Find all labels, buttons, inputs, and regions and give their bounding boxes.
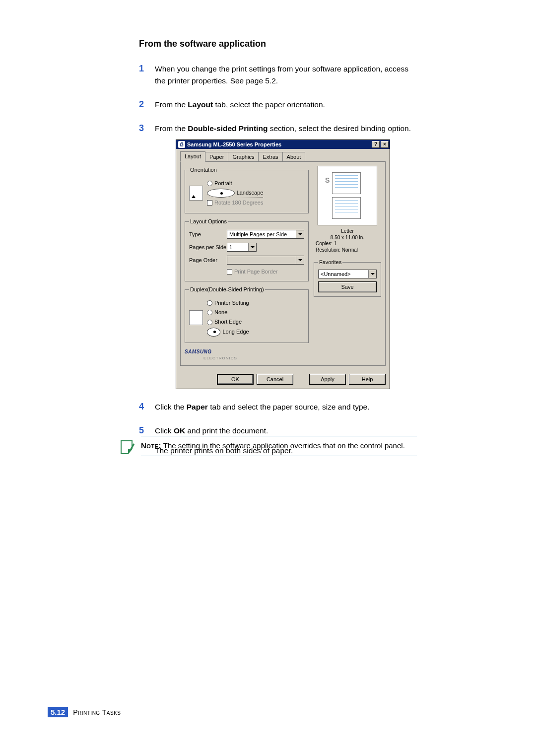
tab-graphics[interactable]: Graphics <box>228 152 259 162</box>
page-number-chip: 5.12 <box>48 707 68 717</box>
chevron-down-icon <box>296 256 304 264</box>
portrait-label: Portrait <box>214 179 232 188</box>
tab-about[interactable]: About <box>282 152 306 162</box>
printer-icon: ⎙ <box>178 141 185 148</box>
tab-extras[interactable]: Extras <box>258 152 282 162</box>
radio-long-edge[interactable] <box>207 328 220 337</box>
radio-printer-setting[interactable] <box>207 300 212 306</box>
help-button[interactable]: Help <box>349 374 386 385</box>
favorites-group: Favorites <Unnamed> Save <box>314 258 381 297</box>
page-footer: 5.12 Printing Tasks <box>48 707 121 717</box>
layout-options-group: Layout Options Type Multiple Pages per S… <box>185 217 309 281</box>
orientation-icon <box>189 186 203 201</box>
layout-options-legend: Layout Options <box>189 217 228 226</box>
pages-per-side-select[interactable]: 1 <box>227 243 257 252</box>
printer-properties-dialog: ⎙ Samsung ML-2550 Series Properties ? × … <box>176 139 390 389</box>
help-button-icon[interactable]: ? <box>372 141 380 148</box>
dialog-title: Samsung ML-2550 Series Properties <box>187 140 281 149</box>
radio-none[interactable] <box>207 310 212 315</box>
page-order-select <box>227 256 304 265</box>
cancel-button[interactable]: Cancel <box>257 374 293 385</box>
step-5-text: Click OK and print the document. <box>155 426 268 435</box>
note-label: Note: <box>141 441 161 450</box>
favorites-legend: Favorites <box>318 258 342 267</box>
step-number: 4 <box>139 400 144 414</box>
duplex-group: Duplex(Double-Sided Printing) Printer Se… <box>185 285 309 343</box>
long-edge-label: Long Edge <box>222 328 249 336</box>
print-border-label: Print Page Border <box>234 268 277 276</box>
save-button[interactable]: Save <box>318 281 377 292</box>
radio-portrait[interactable] <box>207 181 212 186</box>
check-rotate180[interactable] <box>207 200 212 206</box>
rotate180-label: Rotate 180 Degrees <box>214 199 263 207</box>
check-print-border <box>227 269 232 275</box>
svg-marker-0 <box>121 441 132 454</box>
page-order-label: Page Order <box>189 256 227 265</box>
landscape-label: Landscape <box>237 189 264 198</box>
section-title: From the software application <box>139 39 417 49</box>
close-icon[interactable]: × <box>381 141 389 148</box>
radio-short-edge[interactable] <box>207 320 212 325</box>
orientation-group: Orientation Portrait Landscape Rotate 18… <box>185 166 309 213</box>
type-label: Type <box>189 230 227 239</box>
preview-pane: S <box>318 166 377 225</box>
step-2-text: From the Layout tab, select the paper or… <box>155 100 325 109</box>
chevron-down-icon[interactable] <box>248 243 256 251</box>
favorites-select[interactable]: <Unnamed> <box>318 270 377 278</box>
dialog-titlebar: ⎙ Samsung ML-2550 Series Properties ? × <box>176 140 390 149</box>
step-number: 3 <box>139 122 144 136</box>
type-select[interactable]: Multiple Pages per Side <box>227 230 304 239</box>
orientation-legend: Orientation <box>189 166 218 174</box>
ok-button[interactable]: OK <box>217 374 254 385</box>
apply-button[interactable]: Apply <box>309 374 346 385</box>
step-number: 1 <box>139 62 144 76</box>
brand-logo: SAMSUNG ELECTRONICS <box>185 348 309 362</box>
duplex-legend: Duplex(Double-Sided Printing) <box>189 285 265 294</box>
step-1-text: When you change the print settings from … <box>155 65 408 85</box>
tab-paper[interactable]: Paper <box>205 152 228 162</box>
radio-landscape[interactable] <box>207 189 235 198</box>
step-number: 2 <box>139 98 144 112</box>
none-label: None <box>214 308 227 317</box>
duplex-icon <box>189 310 203 325</box>
printer-setting-label: Printer Setting <box>214 299 249 307</box>
tab-layout[interactable]: Layout <box>180 151 205 162</box>
pages-per-side-label: Pages per Side <box>189 243 227 252</box>
footer-label: Printing Tasks <box>73 708 121 716</box>
chevron-down-icon[interactable] <box>296 230 304 238</box>
step-4-text: Click the Paper tab and select the paper… <box>155 403 370 411</box>
step-3-text: From the Double-sided Printing section, … <box>155 124 411 133</box>
short-edge-label: Short Edge <box>214 318 242 326</box>
note-block: Note: The setting in the software applic… <box>141 436 417 456</box>
preview-info: Letter 8.50 x 11.00 in. Copies: 1 Resolu… <box>314 228 381 253</box>
tab-strip: Layout Paper Graphics Extras About <box>180 152 386 162</box>
note-text: The setting in the software application … <box>161 441 405 450</box>
note-icon <box>119 439 137 457</box>
chevron-down-icon[interactable] <box>368 270 376 278</box>
